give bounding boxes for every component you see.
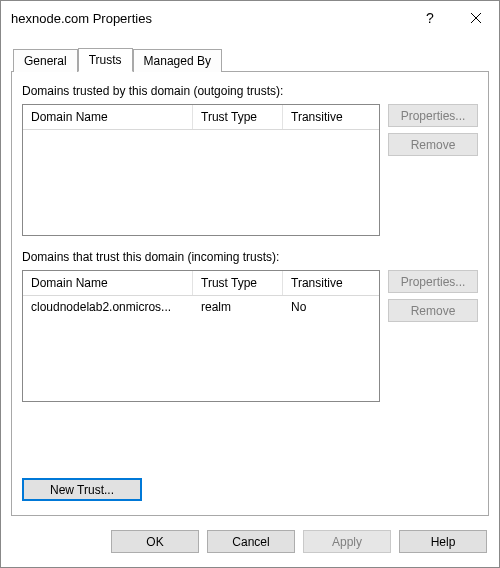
incoming-trusts-list[interactable]: Domain Name Trust Type Transitive cloudn… — [22, 270, 380, 402]
ok-button[interactable]: OK — [111, 530, 199, 553]
incoming-remove-button[interactable]: Remove — [388, 299, 478, 322]
outgoing-trusts-list[interactable]: Domain Name Trust Type Transitive — [22, 104, 380, 236]
cell-type: realm — [193, 296, 283, 318]
cell-transitive: No — [283, 296, 379, 318]
window-title: hexnode.com Properties — [11, 11, 407, 26]
titlebar: hexnode.com Properties ? — [1, 1, 499, 35]
outgoing-section: Domain Name Trust Type Transitive Proper… — [22, 104, 478, 236]
outgoing-columns: Domain Name Trust Type Transitive — [23, 105, 379, 130]
incoming-side-buttons: Properties... Remove — [388, 270, 478, 402]
outgoing-properties-button[interactable]: Properties... — [388, 104, 478, 127]
help-button[interactable]: Help — [399, 530, 487, 553]
tab-panel-trusts: Domains trusted by this domain (outgoing… — [11, 71, 489, 516]
client-area: General Trusts Managed By Domains truste… — [1, 35, 499, 516]
new-trust-button[interactable]: New Trust... — [22, 478, 142, 501]
incoming-columns: Domain Name Trust Type Transitive — [23, 271, 379, 296]
new-trust-row: New Trust... — [22, 478, 478, 501]
help-icon[interactable]: ? — [407, 1, 453, 35]
col-domain[interactable]: Domain Name — [23, 105, 193, 129]
col-domain[interactable]: Domain Name — [23, 271, 193, 295]
col-type[interactable]: Trust Type — [193, 271, 283, 295]
tab-strip: General Trusts Managed By — [13, 47, 489, 71]
close-icon[interactable] — [453, 1, 499, 35]
apply-button[interactable]: Apply — [303, 530, 391, 553]
incoming-properties-button[interactable]: Properties... — [388, 270, 478, 293]
dialog-button-row: OK Cancel Apply Help — [1, 516, 499, 567]
incoming-section: Domain Name Trust Type Transitive cloudn… — [22, 270, 478, 402]
table-row[interactable]: cloudnodelab2.onmicros... realm No — [23, 296, 379, 318]
outgoing-label: Domains trusted by this domain (outgoing… — [22, 84, 478, 98]
properties-dialog: hexnode.com Properties ? General Trusts … — [0, 0, 500, 568]
outgoing-side-buttons: Properties... Remove — [388, 104, 478, 236]
tab-general[interactable]: General — [13, 49, 78, 72]
tab-trusts[interactable]: Trusts — [78, 48, 133, 72]
col-transitive[interactable]: Transitive — [283, 271, 379, 295]
col-type[interactable]: Trust Type — [193, 105, 283, 129]
cell-domain: cloudnodelab2.onmicros... — [23, 296, 193, 318]
outgoing-remove-button[interactable]: Remove — [388, 133, 478, 156]
tab-managed-by[interactable]: Managed By — [133, 49, 222, 72]
incoming-label: Domains that trust this domain (incoming… — [22, 250, 478, 264]
cancel-button[interactable]: Cancel — [207, 530, 295, 553]
col-transitive[interactable]: Transitive — [283, 105, 379, 129]
